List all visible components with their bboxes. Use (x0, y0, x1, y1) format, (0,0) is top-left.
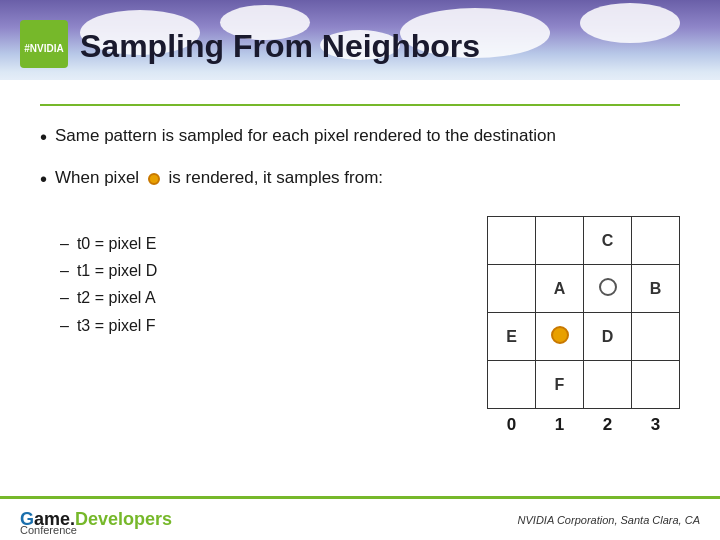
sub-bullets-list: – t0 = pixel E – t1 = pixel D – t2 = pix… (60, 230, 467, 339)
grid-diagram: C A B E D (487, 216, 680, 435)
grid-col-labels: 0 1 2 3 (488, 415, 680, 435)
sub-bullets-column: – t0 = pixel E – t1 = pixel D – t2 = pix… (40, 216, 467, 435)
sub-bullet-t3: – t3 = pixel F (60, 312, 467, 339)
two-column-layout: – t0 = pixel E – t1 = pixel D – t2 = pix… (40, 216, 680, 435)
slide-title: Sampling From Neighbors (80, 28, 680, 65)
cell-3-0 (488, 361, 536, 409)
bullet-2-after: is rendered, it samples from: (169, 168, 383, 187)
pixel-indicator (148, 173, 160, 185)
cell-1-1: A (536, 265, 584, 313)
bullet-1-text: Same pattern is sampled for each pixel r… (55, 124, 556, 148)
title-divider (40, 104, 680, 106)
cell-2-3 (632, 313, 680, 361)
cell-3-3 (632, 361, 680, 409)
cell-3-1: F (536, 361, 584, 409)
nvidia-logo: #NVIDIA (18, 18, 70, 70)
grid-row-1: A B (488, 265, 680, 313)
footer-credit: NVIDIA Corporation, Santa Clara, CA (518, 514, 700, 526)
sub-bullet-t0: – t0 = pixel E (60, 230, 467, 257)
svg-text:#NVIDIA: #NVIDIA (24, 43, 63, 54)
cell-2-1 (536, 313, 584, 361)
cell-0-0 (488, 217, 536, 265)
bullet-dot-2: • (40, 166, 47, 192)
bullet-2-text: When pixel is rendered, it samples from: (55, 166, 383, 190)
bullet-1: • Same pattern is sampled for each pixel… (40, 124, 680, 150)
cell-2-2: D (584, 313, 632, 361)
col-label-3: 3 (632, 415, 680, 435)
cell-0-1 (536, 217, 584, 265)
bullet-2: • When pixel is rendered, it samples fro… (40, 166, 680, 192)
cell-0-3 (632, 217, 680, 265)
main-section: • Same pattern is sampled for each pixel… (40, 124, 680, 435)
cell-2-0: E (488, 313, 536, 361)
col-label-1: 1 (536, 415, 584, 435)
content-area: • Same pattern is sampled for each pixel… (0, 80, 720, 540)
cell-1-0 (488, 265, 536, 313)
cell-1-2 (584, 265, 632, 313)
cell-3-2 (584, 361, 632, 409)
grid-row-0: C (488, 217, 680, 265)
orange-dot (551, 326, 569, 344)
gdc-developers-text: Developers (75, 509, 172, 530)
grid-row-3: F (488, 361, 680, 409)
hollow-dot (599, 278, 617, 296)
sub-bullet-t2: – t2 = pixel A (60, 284, 467, 311)
gdc-conference-label: Conference (20, 524, 77, 536)
col-label-0: 0 (488, 415, 536, 435)
bullet-dot-1: • (40, 124, 47, 150)
sub-bullet-t1: – t1 = pixel D (60, 257, 467, 284)
cell-1-3: B (632, 265, 680, 313)
col-label-2: 2 (584, 415, 632, 435)
grid-table: C A B E D (487, 216, 680, 409)
footer-bar: Game. Developers Conference NVIDIA Corpo… (0, 496, 720, 540)
cell-0-2: C (584, 217, 632, 265)
bullet-2-before: When pixel (55, 168, 139, 187)
grid-row-2: E D (488, 313, 680, 361)
